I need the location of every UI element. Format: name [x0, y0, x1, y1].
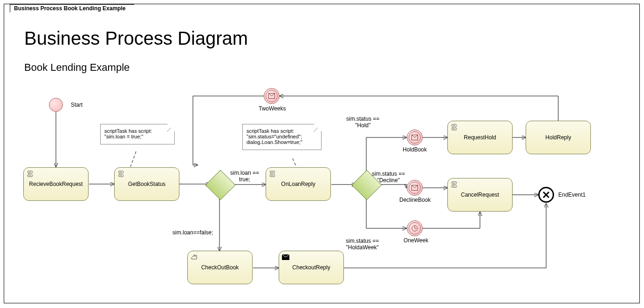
- task-label: CheckoutReply: [290, 264, 332, 271]
- page-title: Business Process Diagram: [24, 28, 248, 49]
- note-line: scriptTask has script:: [247, 128, 317, 134]
- end-event[interactable]: [538, 187, 554, 203]
- task-check-out-book[interactable]: CheckOutBook: [187, 251, 253, 284]
- bpmn-canvas: Business Process Book Lending Example Bu…: [0, 0, 644, 308]
- script-icon: [27, 171, 34, 177]
- script-icon: [451, 181, 458, 188]
- task-label: RequestHold: [462, 134, 498, 141]
- manual-icon: [191, 254, 198, 260]
- event-label: HoldBook: [403, 146, 427, 153]
- task-get-book-status[interactable]: GetBookStatus: [114, 167, 179, 201]
- task-label: RecieveBookRequest: [27, 181, 84, 187]
- task-label: HoldReply: [543, 134, 573, 141]
- event-label: TwoWeeks: [259, 105, 286, 112]
- note-on-loan-reply: scriptTask has script: "sim.status="unde…: [242, 124, 322, 150]
- frame-title: Business Process Book Lending Example: [10, 4, 134, 13]
- event-hold-book[interactable]: [407, 130, 423, 145]
- note-line: scriptTask has script:: [104, 128, 171, 134]
- task-request-hold[interactable]: RequestHold: [447, 121, 513, 154]
- message-icon: [411, 185, 418, 191]
- note-line: "sim.status="undefined"; dialog.Loan.Sho…: [247, 134, 317, 145]
- event-label: EndEvent1: [558, 192, 586, 198]
- event-decline-book[interactable]: [407, 180, 423, 196]
- script-icon: [269, 171, 276, 177]
- message-icon: [268, 93, 275, 99]
- timer-icon: [411, 225, 418, 232]
- task-checkout-reply[interactable]: CheckoutReply: [279, 251, 344, 284]
- task-label: OnLoanReply: [279, 181, 317, 187]
- task-on-loan-reply[interactable]: OnLoanReply: [266, 167, 331, 201]
- start-event-label: Start: [71, 102, 82, 108]
- task-label: CheckOutBook: [199, 264, 241, 271]
- task-label: CancelRequest: [459, 192, 501, 198]
- script-icon: [117, 171, 125, 177]
- event-label: DeclineBook: [399, 197, 431, 203]
- flow-label-loan-true: sim.loan == true;: [230, 170, 259, 183]
- event-two-weeks[interactable]: [264, 88, 280, 104]
- task-label: GetBookStatus: [126, 181, 168, 187]
- flow-label-status-decline: sim.status == "Decline": [372, 171, 405, 184]
- page-subtitle: Book Lending Example: [24, 62, 130, 74]
- note-get-book-status: scriptTask has script: "sim.loan = true;…: [100, 124, 175, 144]
- receive-icon: [282, 254, 289, 260]
- task-recieve-book-request[interactable]: RecieveBookRequest: [23, 167, 89, 201]
- script-icon: [451, 124, 458, 130]
- start-event[interactable]: [49, 98, 63, 112]
- task-hold-reply[interactable]: HoldReply: [526, 121, 591, 154]
- cancel-icon: [542, 191, 550, 199]
- message-icon: [411, 135, 418, 140]
- note-line: "sim.loan = true;": [104, 134, 171, 139]
- flow-label-status-holdweek: sim.status == "HoldaWeek": [346, 238, 379, 251]
- flow-label-status-hold: sim.status == "Hold": [346, 116, 379, 129]
- event-label: OneWeek: [404, 237, 428, 244]
- event-one-week[interactable]: [407, 220, 423, 236]
- task-cancel-request[interactable]: CancelRequest: [447, 178, 513, 212]
- flow-label-loan-false: sim.loan==false;: [172, 229, 213, 236]
